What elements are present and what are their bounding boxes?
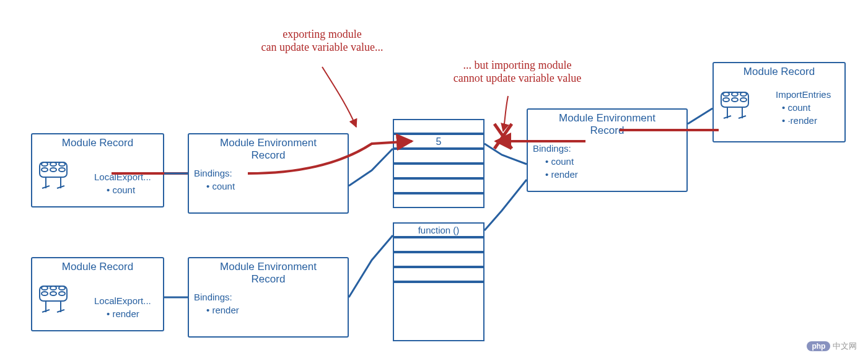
svg-rect-6 [40,162,67,177]
box-item: • count [528,155,686,168]
svg-point-27 [740,98,747,102]
memory-cell [393,178,484,193]
memory-cell [393,282,484,341]
svg-line-34 [494,124,512,149]
box-field: LocalExport... [89,294,156,307]
svg-rect-17 [40,286,67,301]
memory-cell: function () [393,222,484,237]
box-title: Module Environment Record [528,110,686,138]
memory-cell [393,119,484,134]
box-field: Bindings: [528,142,686,155]
box-title: Module Record [32,134,163,151]
svg-point-15 [50,292,56,295]
svg-rect-28 [721,92,748,107]
svg-point-25 [723,98,729,102]
box-title: Module Environment Record [189,258,348,287]
svg-line-37 [688,108,712,124]
box-item: • render [528,168,686,181]
svg-point-16 [59,292,65,295]
env-record-top-left: Module Environment Record Bindings: • co… [188,133,349,214]
box-field: Bindings: [189,290,348,303]
memory-cell [393,193,484,208]
box-item: • count [189,180,348,193]
box-field: LocalExport... [89,170,156,183]
box-field: ImportEntries [771,88,836,101]
memory-cell [393,267,484,282]
svg-point-3 [42,168,48,172]
box-item: • count [771,101,836,114]
annotation-exporting: exporting module can update variable val… [235,28,409,54]
svg-line-35 [494,124,512,149]
lego-icon [37,160,71,191]
memory-cell [393,149,484,164]
lego-icon [719,90,752,121]
env-record-bottom-left: Module Environment Record Bindings: • re… [188,257,349,338]
box-item: • ·render [771,114,836,127]
box-title: Module Environment Record [189,134,348,163]
memory-cell [393,252,484,267]
annotation-importing: ... but importing module cannot update v… [431,59,604,85]
box-item: • render [189,303,348,317]
watermark: php 中文网 [807,341,857,352]
box-title: Module Record [714,63,844,79]
memory-cell [393,237,484,252]
box-title: Module Record [32,258,163,274]
watermark-text: 中文网 [833,341,857,351]
svg-point-26 [732,98,738,102]
memory-cell [393,164,484,178]
svg-point-4 [50,168,56,172]
php-pill: php [807,341,830,351]
box-item: • render [89,307,156,320]
lego-icon [37,284,71,315]
svg-point-14 [42,292,48,295]
env-record-right: Module Environment Record Bindings: • co… [527,108,688,192]
svg-point-5 [59,168,65,172]
box-field: Bindings: [189,167,348,180]
box-item: • count [89,183,156,196]
memory-cell: 5 [393,134,484,149]
